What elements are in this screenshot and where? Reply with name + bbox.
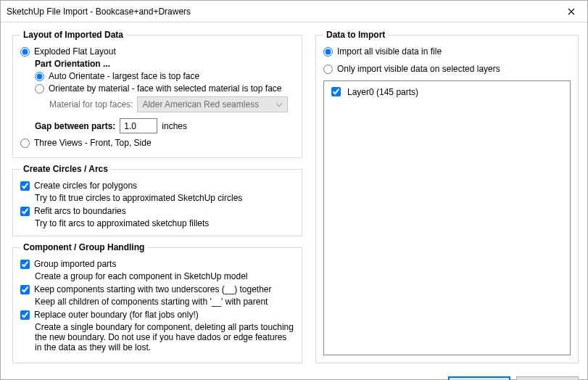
radio-import-selected-input[interactable]: [323, 65, 333, 74]
group-imported-hint: Create a group for each component in Ske…: [35, 271, 294, 281]
dialog-window: SketchUp File Import - Bookcase+and+Draw…: [0, 0, 588, 380]
radio-exploded-flat[interactable]: Exploded Flat Layout: [20, 46, 294, 57]
groups-legend: Component / Group Handling: [20, 242, 147, 252]
radio-import-all-input[interactable]: [323, 47, 333, 57]
radio-orient-by-material-label: Orientate by material - face with select…: [49, 83, 281, 94]
right-column: Data to Import Import all visible data i…: [315, 30, 579, 369]
check-refit-arcs-input[interactable]: [20, 207, 30, 216]
close-button[interactable]: [555, 1, 587, 22]
layout-group: Layout of Imported Data Exploded Flat La…: [12, 30, 302, 158]
check-keep-underscore-label: Keep components starting with two unders…: [34, 284, 272, 294]
layer-item-label: Layer0 (145 parts): [347, 87, 418, 97]
check-keep-underscore-input[interactable]: [20, 285, 30, 294]
radio-import-all[interactable]: Import all visible data in file: [323, 46, 571, 57]
check-refit-arcs-label: Refit arcs to boundaries: [34, 206, 126, 216]
check-create-circles-input[interactable]: [20, 181, 30, 191]
cancel-button[interactable]: Cancel: [516, 376, 579, 380]
material-for-top-faces-label: Material for top faces:: [49, 99, 133, 110]
radio-auto-orientate-label: Auto Orientate - largest face is top fac…: [49, 71, 199, 81]
keep-underscore-hint: Keep all children of components starting…: [35, 297, 294, 307]
layout-legend: Layout of Imported Data: [20, 30, 126, 40]
radio-orient-by-material-input[interactable]: [35, 84, 44, 94]
check-create-circles-label: Create circles for polygons: [34, 181, 137, 191]
radio-auto-orientate-input[interactable]: [35, 72, 44, 81]
gap-units-label: inches: [162, 121, 187, 131]
chevron-down-icon: [274, 100, 284, 110]
refit-arcs-hint: Try to fit arcs to approximated sketchup…: [35, 218, 294, 228]
radio-three-views-input[interactable]: [20, 139, 30, 148]
circles-group: Create Circles / Arcs Create circles for…: [12, 164, 302, 236]
button-bar: OK Cancel: [1, 372, 587, 380]
part-orientation-heading: Part Orientation ...: [20, 59, 294, 69]
layer-item[interactable]: Layer0 (145 parts): [328, 84, 566, 99]
ok-button[interactable]: OK: [448, 376, 510, 380]
data-to-import-group: Data to Import Import all visible data i…: [315, 30, 579, 363]
close-icon: [568, 8, 575, 15]
check-group-imported-label: Group imported parts: [34, 259, 116, 269]
radio-auto-orientate[interactable]: Auto Orientate - largest face is top fac…: [20, 71, 294, 81]
create-circles-hint: Try to fit true circles to approximated …: [35, 193, 294, 203]
radio-import-all-label: Import all visible data in file: [337, 46, 442, 57]
check-replace-boundary[interactable]: Replace outer boundary (for flat jobs on…: [20, 310, 294, 320]
left-column: Layout of Imported Data Exploded Flat La…: [12, 30, 302, 369]
content-area: Layout of Imported Data Exploded Flat La…: [1, 22, 587, 372]
material-row: Material for top faces: Alder American R…: [20, 96, 294, 112]
layer-item-checkbox[interactable]: [331, 87, 341, 96]
check-group-imported[interactable]: Group imported parts: [20, 259, 294, 269]
check-replace-boundary-label: Replace outer boundary (for flat jobs on…: [34, 310, 199, 320]
layers-list[interactable]: Layer0 (145 parts): [323, 80, 571, 355]
radio-exploded-flat-input[interactable]: [20, 47, 30, 57]
radio-exploded-flat-label: Exploded Flat Layout: [34, 46, 116, 57]
radio-import-selected[interactable]: Only import visible data on selected lay…: [323, 64, 571, 74]
titlebar: SketchUp File Import - Bookcase+and+Draw…: [1, 1, 587, 22]
check-group-imported-input[interactable]: [20, 260, 30, 269]
check-keep-underscore[interactable]: Keep components starting with two unders…: [20, 284, 294, 294]
gap-row: Gap between parts: inches: [20, 118, 294, 133]
material-combo-value: Alder American Red seamless: [142, 99, 259, 110]
replace-boundary-hint: Create a single boundary for component, …: [35, 322, 294, 352]
groups-group: Component / Group Handling Group importe…: [12, 242, 302, 363]
data-to-import-legend: Data to Import: [323, 30, 388, 40]
radio-three-views[interactable]: Three Views - Front, Top, Side: [20, 138, 294, 148]
check-replace-boundary-input[interactable]: [20, 310, 30, 320]
radio-three-views-label: Three Views - Front, Top, Side: [34, 138, 152, 148]
gap-between-parts-input[interactable]: [120, 118, 157, 133]
check-refit-arcs[interactable]: Refit arcs to boundaries: [20, 206, 294, 216]
gap-between-parts-label: Gap between parts:: [35, 121, 115, 131]
window-title: SketchUp File Import - Bookcase+and+Draw…: [7, 7, 555, 17]
circles-legend: Create Circles / Arcs: [20, 164, 111, 174]
radio-import-selected-label: Only import visible data on selected lay…: [337, 64, 500, 74]
material-combo: Alder American Red seamless: [137, 96, 288, 112]
check-create-circles[interactable]: Create circles for polygons: [20, 181, 294, 191]
radio-orient-by-material[interactable]: Orientate by material - face with select…: [20, 83, 294, 94]
